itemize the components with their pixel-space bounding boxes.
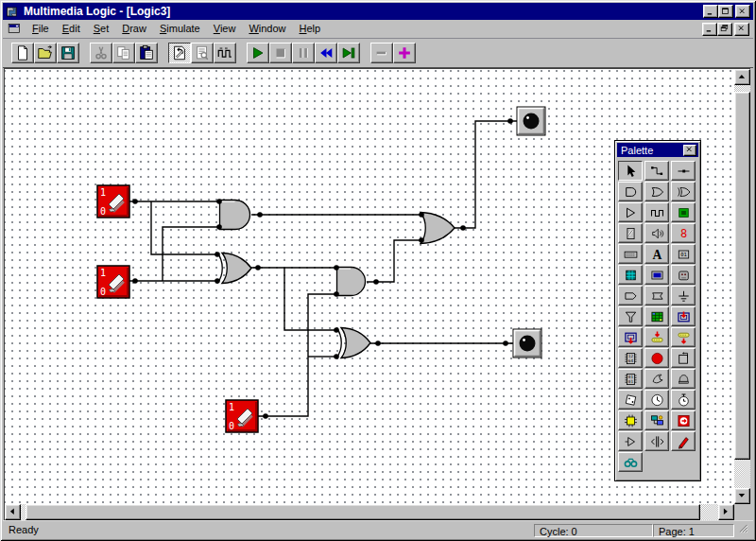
wire[interactable] — [284, 268, 336, 330]
random-tool[interactable] — [618, 390, 643, 410]
document-window-icon[interactable] — [7, 23, 23, 36]
scroll-down-button[interactable] — [734, 488, 750, 504]
resize-grip[interactable] — [737, 522, 751, 536]
tristate-tool[interactable] — [618, 431, 643, 451]
transmitter-tool[interactable] — [618, 327, 643, 347]
network-tool[interactable] — [644, 410, 669, 430]
and-gate-2[interactable] — [337, 268, 366, 296]
switch-1[interactable]: 10 — [97, 185, 129, 218]
bargraph-out-tool[interactable] — [644, 327, 669, 347]
run-button[interactable] — [247, 43, 269, 63]
led-2[interactable] — [513, 329, 541, 358]
zoom-in-button[interactable] — [393, 43, 416, 63]
funnel-tool[interactable] — [618, 306, 643, 326]
zoom-out-button[interactable] — [370, 43, 393, 63]
menu-draw[interactable]: Draw — [115, 21, 153, 37]
stop-sign-tool[interactable] — [644, 348, 669, 368]
or-gate-tool[interactable] — [644, 182, 669, 201]
design-mode-button[interactable] — [168, 43, 191, 63]
switch-tool[interactable] — [618, 223, 643, 243]
or-gate-1[interactable] — [421, 213, 455, 244]
led-1[interactable] — [517, 107, 545, 135]
timer-tool[interactable] — [671, 390, 696, 410]
copy-button[interactable] — [112, 43, 135, 63]
vertical-scroll-thumb[interactable] — [734, 92, 750, 460]
menu-edit[interactable]: Edit — [56, 21, 87, 37]
maximize-button[interactable] — [718, 5, 733, 18]
wire[interactable] — [151, 201, 217, 254]
menu-set[interactable]: Set — [87, 21, 116, 37]
buzzer-tool[interactable] — [671, 369, 696, 389]
rom-tool[interactable]: 0101 — [618, 369, 643, 389]
stop-button[interactable] — [269, 43, 292, 63]
close-button[interactable] — [735, 5, 750, 18]
title-bar[interactable]: Multimedia Logic - [Logic3] — [3, 3, 753, 20]
mdi-close-button[interactable] — [734, 23, 749, 36]
bargraph-in-tool[interactable] — [671, 327, 696, 347]
open-button[interactable] — [34, 43, 57, 63]
horizontal-scroll-thumb[interactable] — [26, 504, 700, 520]
node-tool[interactable] — [671, 161, 696, 181]
find-tool[interactable] — [618, 452, 643, 472]
rewind-button[interactable] — [315, 43, 337, 63]
xor-gate-tool[interactable] — [671, 182, 696, 201]
display-tool[interactable] — [644, 265, 669, 285]
select-tool[interactable] — [618, 161, 643, 181]
scroll-left-button[interactable] — [5, 504, 21, 520]
signal-tool[interactable] — [671, 410, 696, 430]
report-button[interactable] — [191, 43, 214, 63]
switch-2[interactable]: 10 — [97, 266, 129, 298]
counter-tool[interactable]: 01 — [671, 244, 696, 264]
and-gate-tool[interactable] — [618, 182, 643, 201]
palette-title-bar[interactable]: Palette — [617, 143, 698, 157]
menu-file[interactable]: File — [26, 21, 56, 37]
pen-tool[interactable] — [671, 431, 696, 451]
minimize-button[interactable] — [703, 5, 718, 18]
cut-button[interactable] — [90, 43, 112, 63]
inverter-tool[interactable] — [618, 202, 643, 222]
wire[interactable] — [258, 294, 336, 416]
receiver-tool[interactable] — [671, 306, 696, 326]
seven-segment-tool[interactable]: 8 — [671, 223, 696, 243]
mdi-minimize-button[interactable] — [702, 23, 717, 36]
step-end-button[interactable] — [337, 43, 360, 63]
and-gate-1[interactable] — [220, 201, 250, 230]
bus-tool[interactable] — [644, 431, 669, 451]
led-tool[interactable] — [671, 202, 696, 222]
pause-button[interactable] — [292, 43, 315, 63]
menu-simulate[interactable]: Simulate — [153, 21, 207, 37]
bitmap-tool[interactable] — [644, 306, 669, 326]
paste-button[interactable] — [135, 43, 158, 63]
palette-close-button[interactable] — [683, 145, 696, 156]
mdi-restore-button[interactable] — [717, 23, 732, 36]
keypad-tool[interactable] — [618, 265, 643, 285]
switch-3[interactable]: 10 — [226, 400, 258, 432]
clock-tool[interactable] — [644, 390, 669, 410]
wire-tool[interactable] — [644, 161, 669, 181]
output-node-tool[interactable] — [644, 286, 669, 305]
palette-window[interactable]: Palette 8A0112640101 — [614, 140, 701, 481]
menu-window[interactable]: Window — [242, 21, 292, 37]
ground-tool[interactable] — [671, 286, 696, 305]
horizontal-scrollbar[interactable] — [5, 504, 734, 520]
parrot-tool[interactable] — [644, 369, 669, 389]
text-tool[interactable]: A — [644, 244, 669, 264]
input-node-tool[interactable] — [618, 286, 643, 305]
scroll-up-button[interactable] — [734, 69, 750, 85]
breakpoint-tool[interactable] — [618, 410, 643, 430]
oscillator-tool[interactable] — [644, 202, 669, 222]
flipflop-tool[interactable] — [671, 348, 696, 368]
robot-tool[interactable] — [671, 265, 696, 285]
save-button[interactable] — [57, 43, 79, 63]
menu-view[interactable]: View — [207, 21, 243, 37]
memory-tool[interactable]: 1264 — [618, 348, 643, 368]
xor-gate-1[interactable] — [217, 253, 251, 284]
xor-gate-2[interactable] — [336, 328, 370, 358]
wire[interactable] — [455, 121, 517, 228]
scroll-right-button[interactable] — [718, 504, 734, 520]
menu-help[interactable]: Help — [293, 21, 328, 37]
vertical-scrollbar[interactable] — [734, 69, 750, 504]
new-button[interactable] — [11, 43, 34, 63]
wire[interactable] — [367, 240, 421, 282]
keyboard-tool[interactable] — [618, 244, 643, 264]
